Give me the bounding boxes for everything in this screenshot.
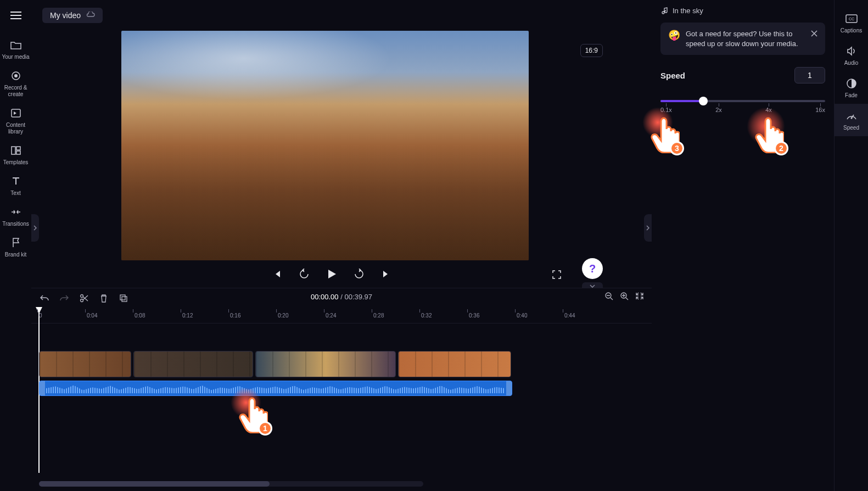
sidebar-item-record[interactable]: Record & create — [0, 65, 31, 102]
sidebar-item-transitions[interactable]: Transitions — [0, 201, 31, 232]
fullscreen-button[interactable] — [549, 267, 564, 282]
undo-button[interactable] — [39, 293, 50, 304]
zoom-in-button[interactable] — [620, 292, 629, 303]
video-clip[interactable] — [133, 351, 253, 377]
right-tab-speed[interactable]: Speed — [835, 104, 868, 136]
speed-tick: 16x — [815, 107, 825, 113]
menu-button[interactable] — [6, 5, 26, 25]
scrollbar-thumb[interactable] — [39, 481, 270, 487]
sidebar-label: Content library — [0, 122, 31, 135]
hamburger-icon — [10, 12, 21, 19]
sidebar-label: Your media — [2, 54, 29, 60]
sidebar-label: Templates — [3, 159, 29, 166]
speed-input[interactable] — [794, 67, 825, 83]
delete-button[interactable] — [98, 293, 109, 304]
clip-trim-handle-left[interactable] — [40, 381, 45, 395]
svg-point-9 — [850, 118, 852, 119]
zoom-fit-button[interactable] — [635, 292, 644, 303]
speed-tick: 0.1x — [660, 107, 672, 113]
sidebar-label: Record & create — [0, 85, 31, 98]
ruler-mark: 0:12 — [182, 313, 193, 319]
right-tab-fade[interactable]: Fade — [835, 71, 868, 104]
ruler-mark: 0:28 — [373, 313, 384, 319]
sidebar-item-text[interactable]: Text — [0, 170, 31, 201]
right-tab-audio[interactable]: Audio — [835, 39, 868, 71]
ruler-mark: 0:20 — [278, 313, 288, 319]
tooltip-text: Got a need for speed? Use this to speed … — [686, 29, 805, 48]
skip-start-button[interactable] — [269, 266, 284, 282]
collapse-icon — [635, 292, 644, 300]
audio-clip[interactable] — [39, 381, 512, 396]
video-clip[interactable] — [398, 351, 511, 377]
chevron-right-icon — [646, 225, 649, 231]
right-tab-label: Fade — [845, 92, 858, 98]
rewind-button[interactable] — [296, 266, 312, 282]
project-title-chip[interactable]: My video — [42, 8, 103, 23]
video-preview[interactable] — [121, 31, 529, 260]
zoom-out-icon — [604, 292, 613, 300]
right-tab-label: Audio — [844, 60, 859, 66]
svg-rect-4 — [16, 147, 20, 150]
timeline-scrollbar[interactable] — [39, 481, 423, 487]
speed-tooltip: 🤪 Got a need for speed? Use this to spee… — [660, 23, 825, 55]
speed-tick: 2x — [715, 107, 722, 113]
sidebar-item-your-media[interactable]: Your media — [0, 34, 31, 65]
timeline-ruler[interactable]: 0 0:04 0:08 0:12 0:16 0:20 0:24 0:28 0:3… — [31, 308, 652, 323]
zoom-in-icon — [620, 292, 629, 300]
forward-button[interactable] — [351, 266, 367, 282]
help-button[interactable]: ? — [582, 258, 603, 279]
svg-point-11 — [81, 299, 83, 302]
ruler-mark: 0:16 — [230, 313, 240, 319]
svg-rect-13 — [122, 297, 127, 302]
sidebar-item-templates[interactable]: Templates — [0, 140, 31, 170]
tooltip-emoji: 🤪 — [668, 29, 680, 48]
clip-trim-handle-right[interactable] — [506, 381, 512, 395]
right-tab-label: Captions — [841, 27, 862, 34]
split-button[interactable] — [79, 293, 89, 304]
music-note-icon — [660, 7, 668, 15]
sidebar-item-brand-kit[interactable]: Brand kit — [0, 232, 31, 263]
project-title: My video — [50, 11, 81, 20]
speedometer-icon — [845, 109, 858, 122]
ruler-mark: 0:36 — [469, 313, 479, 319]
speed-tick: 4x — [765, 107, 772, 113]
svg-point-10 — [81, 295, 83, 298]
expand-right-drawer-button[interactable] — [644, 214, 652, 242]
ruler-mark: 0:32 — [421, 313, 432, 319]
svg-rect-3 — [12, 147, 15, 154]
sidebar-label: Text — [10, 190, 20, 197]
cloud-sync-icon — [86, 12, 95, 19]
scissors-icon — [80, 294, 88, 303]
redo-button[interactable] — [59, 293, 70, 304]
right-tab-captions[interactable]: CC Captions — [835, 7, 868, 39]
speed-slider-thumb[interactable] — [699, 97, 708, 105]
expand-left-drawer-button[interactable] — [31, 214, 39, 242]
play-button[interactable] — [324, 266, 339, 282]
aspect-ratio-badge[interactable]: 16:9 — [580, 44, 603, 57]
zoom-out-button[interactable] — [604, 292, 613, 303]
sidebar-label: Transitions — [2, 221, 29, 227]
svg-point-1 — [14, 74, 18, 77]
sidebar-item-content-library[interactable]: Content library — [0, 102, 31, 140]
chevron-right-icon — [33, 225, 37, 231]
video-clip[interactable] — [255, 351, 396, 377]
video-clip[interactable] — [39, 351, 131, 377]
skip-end-button[interactable] — [379, 266, 394, 282]
speed-label: Speed — [660, 71, 685, 80]
current-time: 00:00.00 — [311, 293, 339, 301]
audio-track-chip[interactable]: In the sky — [660, 7, 825, 15]
ruler-mark: 0:40 — [517, 313, 527, 319]
templates-icon — [9, 144, 23, 157]
right-tab-label: Speed — [843, 125, 859, 131]
text-icon — [9, 175, 23, 188]
redo-icon — [60, 294, 69, 302]
ruler-mark: 0:24 — [326, 313, 336, 319]
close-icon — [811, 30, 817, 37]
svg-rect-5 — [16, 151, 20, 154]
close-tooltip-button[interactable] — [811, 29, 817, 48]
record-icon — [9, 69, 23, 82]
duplicate-button[interactable] — [118, 293, 129, 304]
folder-icon — [9, 38, 23, 52]
audio-track-name: In the sky — [673, 7, 703, 15]
copy-icon — [119, 294, 128, 303]
